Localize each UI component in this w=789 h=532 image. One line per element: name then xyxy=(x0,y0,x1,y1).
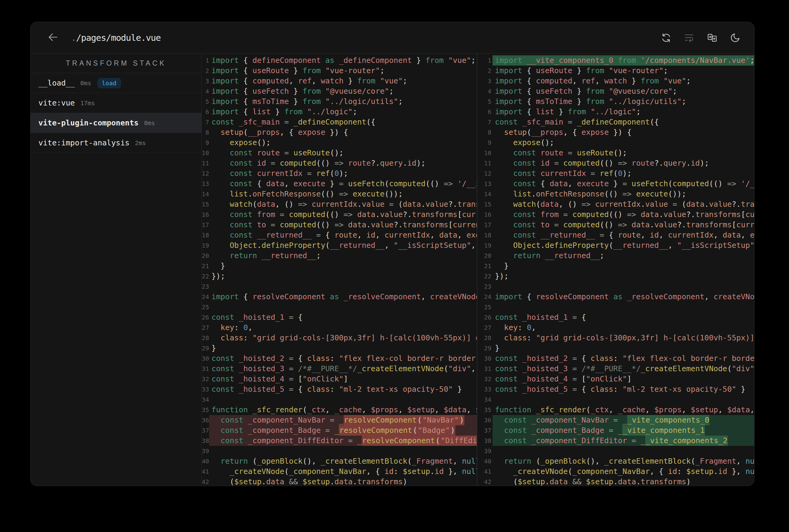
line-number: 28 xyxy=(202,333,209,343)
line-number: 24 xyxy=(477,292,493,302)
line-number: 38 xyxy=(477,436,493,446)
line-number: 19 xyxy=(477,240,493,251)
back-button[interactable] xyxy=(46,31,60,44)
code-text: ($setup.data && $setup.data.transforms) xyxy=(209,477,477,486)
line-number: 35 xyxy=(477,405,493,415)
code-text: const from = computed(() => data.value?.… xyxy=(493,209,754,220)
back-arrow-icon xyxy=(47,31,59,45)
line-number: 5 xyxy=(477,96,493,107)
line-number: 14 xyxy=(477,189,493,199)
code-line: 8 setup(__props, { expose }) { xyxy=(477,127,754,137)
line-number: 6 xyxy=(477,107,493,117)
code-line: 17 const to = computed(() => data.value?… xyxy=(202,220,477,230)
code-line: 33const _hoisted_5 = { class: "ml-2 text… xyxy=(477,384,754,395)
code-line: 33const _hoisted_5 = { class: "ml-2 text… xyxy=(202,384,477,395)
code-text: class: "grid grid-cols-[300px,3fr] h-[ca… xyxy=(209,333,477,343)
code-line: 19 Object.defineProperty(__returned__, "… xyxy=(477,240,754,251)
moon-icon xyxy=(730,32,740,43)
line-number: 18 xyxy=(477,230,493,240)
code-text: const { data, execute } = useFetch(compu… xyxy=(209,179,477,189)
code-line: 18 const __returned__ = { route, id, cur… xyxy=(202,230,477,240)
code-text: const _hoisted_2 = { class: "flex flex-c… xyxy=(493,353,754,364)
transform-stack-item[interactable]: vite:vue17ms xyxy=(31,93,201,113)
code-text: const _hoisted_4 = ["onClick"] xyxy=(493,374,754,384)
code-line: 30const _hoisted_2 = { class: "flex flex… xyxy=(477,353,754,364)
code-text: const currentIdx = ref(0); xyxy=(209,168,477,179)
code-text xyxy=(209,446,477,456)
code-text xyxy=(493,446,754,456)
code-text: import { useRoute } from "vue-router"; xyxy=(209,65,477,76)
line-wrap-button[interactable] xyxy=(683,32,695,43)
code-line: 12 const currentIdx = ref(0); xyxy=(477,168,754,179)
code-text: import { useFetch } from "@vueuse/core"; xyxy=(209,86,477,96)
code-text: Object.defineProperty(__returned__, "__i… xyxy=(493,240,754,251)
code-line: 29} xyxy=(202,343,477,353)
transform-stack-item[interactable]: vite-plugin-components0ms xyxy=(31,113,201,133)
code-text: import { list } from "../logic"; xyxy=(209,107,477,117)
code-line: 7const _sfc_main = _defineComponent({ xyxy=(202,117,477,127)
code-line: 24import { resolveComponent as _resolveC… xyxy=(477,292,754,302)
line-number: 4 xyxy=(202,86,209,96)
code-line: 16 const from = computed(() => data.valu… xyxy=(477,209,754,220)
code-line: 30const _hoisted_2 = { class: "flex flex… xyxy=(202,353,477,364)
plugin-time: 17ms xyxy=(80,99,95,107)
code-line: 15 watch(data, () => currentIdx.value = … xyxy=(202,199,477,209)
line-number: 27 xyxy=(202,323,209,333)
line-number: 23 xyxy=(202,281,209,292)
line-number: 4 xyxy=(477,86,493,96)
code-line: 21 } xyxy=(202,261,477,271)
line-number: 40 xyxy=(202,456,209,467)
refresh-button[interactable] xyxy=(660,32,672,43)
plugin-time: 0ms xyxy=(80,79,91,87)
code-text: const _component_NavBar = __vite_compone… xyxy=(493,415,754,425)
code-text: return (_openBlock(), _createElementBloc… xyxy=(209,456,477,467)
code-text: const from = computed(() => data.value?.… xyxy=(209,209,477,220)
code-text: const _component_NavBar = _resolveCompon… xyxy=(209,415,477,425)
inspector-window: ./pages/module.vue xyxy=(30,22,754,486)
code-line: 5import { msToTime } from "../logic/util… xyxy=(202,96,477,107)
line-number: 9 xyxy=(477,137,493,148)
diff-pane-after[interactable]: 1import __vite_components_0 from '/compo… xyxy=(477,54,754,486)
plugin-name: __load__ xyxy=(38,79,75,87)
transform-stack-item[interactable]: __load__0msload xyxy=(31,73,201,93)
line-number: 32 xyxy=(477,374,493,384)
code-line: 9 expose(); xyxy=(202,137,477,148)
line-number: 7 xyxy=(202,117,209,127)
code-text: const to = computed(() => data.value?.tr… xyxy=(209,220,477,230)
code-line: 35function _sfc_render(_ctx, _cache, $pr… xyxy=(202,405,477,415)
line-number: 3 xyxy=(202,76,209,86)
line-number: 8 xyxy=(477,127,493,137)
diff-pane-before[interactable]: 1import { defineComponent as _defineComp… xyxy=(202,54,477,486)
code-text: const currentIdx = ref(0); xyxy=(493,168,754,179)
code-text: } xyxy=(209,261,477,271)
code-text: const __returned__ = { route, id, curren… xyxy=(493,230,754,240)
line-number: 41 xyxy=(202,467,209,477)
line-number: 12 xyxy=(477,168,493,179)
dark-mode-button[interactable] xyxy=(729,32,741,43)
code-text: const __returned__ = { route, id, curren… xyxy=(209,230,477,240)
line-number: 37 xyxy=(477,425,493,436)
code-line: 6import { list } from "../logic"; xyxy=(477,107,754,117)
code-text: watch(data, () => currentIdx.value = (da… xyxy=(493,199,754,209)
line-number: 8 xyxy=(202,127,209,137)
code-text: setup(__props, { expose }) { xyxy=(493,127,754,137)
line-number: 23 xyxy=(477,281,493,292)
compare-panes-button[interactable] xyxy=(707,32,718,43)
transform-stack-item[interactable]: vite:import-analysis2ms xyxy=(31,133,201,153)
line-number: 36 xyxy=(477,415,493,425)
line-number: 26 xyxy=(477,312,493,323)
line-number: 17 xyxy=(202,220,209,230)
code-line: 22}); xyxy=(477,271,754,281)
code-line: 42 ($setup.data && $setup.data.transform… xyxy=(477,477,754,486)
code-text: import { msToTime } from "../logic/utils… xyxy=(493,96,754,107)
line-number: 22 xyxy=(202,271,209,281)
code-line: 31const _hoisted_3 = /*#__PURE__*/_creat… xyxy=(477,364,754,374)
code-text: import { computed, ref, watch } from "vu… xyxy=(493,76,754,86)
line-number: 13 xyxy=(477,179,493,189)
line-number: 33 xyxy=(477,384,493,395)
line-number: 39 xyxy=(202,446,209,456)
main-content: TRANSFORM STACK __load__0msloadvite:vue1… xyxy=(31,54,754,486)
code-line: 25 xyxy=(202,302,477,312)
code-line: 18 const __returned__ = { route, id, cur… xyxy=(477,230,754,240)
code-text: } xyxy=(209,343,477,353)
